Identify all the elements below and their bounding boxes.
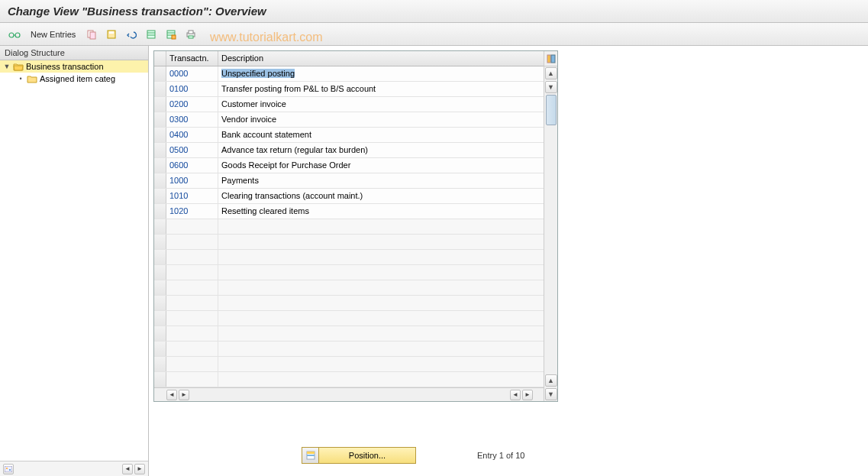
cell-transactn[interactable]: [166, 372, 218, 387]
row-select-handle[interactable]: [154, 128, 166, 142]
col-header-description[interactable]: Description: [218, 51, 544, 66]
table-config-icon[interactable]: [544, 51, 557, 66]
table-row[interactable]: 0000Unspecified posting: [154, 66, 544, 82]
table-row[interactable]: [154, 296, 544, 311]
cell-transactn[interactable]: 0400: [166, 128, 218, 142]
table-row[interactable]: [154, 342, 544, 357]
cell-transactn[interactable]: [166, 280, 218, 295]
table-row[interactable]: 1020Resetting cleared items: [154, 204, 544, 219]
cell-description[interactable]: [218, 357, 544, 371]
vscroll-up-icon[interactable]: ▲: [545, 67, 557, 79]
row-select-handle[interactable]: [154, 372, 166, 387]
table-row[interactable]: 1010Clearing transactions (account maint…: [154, 189, 544, 204]
cell-transactn[interactable]: 0300: [166, 112, 218, 127]
cell-description[interactable]: Payments: [218, 173, 544, 188]
cell-description[interactable]: Unspecified posting: [218, 66, 544, 81]
new-entries-button[interactable]: New Entries: [26, 28, 80, 40]
table-row[interactable]: 0500Advance tax return (regular tax burd…: [154, 143, 544, 158]
deselect-all-icon[interactable]: [163, 27, 179, 42]
cell-description[interactable]: Goods Receipt for Purchase Order: [218, 158, 544, 173]
row-select-handle[interactable]: [154, 66, 166, 81]
cell-description[interactable]: [218, 311, 544, 325]
row-select-handle[interactable]: [154, 326, 166, 341]
cell-transactn[interactable]: [166, 219, 218, 234]
vscroll-down-icon[interactable]: ▼: [545, 81, 557, 93]
table-row[interactable]: [154, 235, 544, 250]
tree-node-business-transaction[interactable]: ▼ Business transaction: [0, 60, 148, 73]
select-all-icon[interactable]: [143, 27, 160, 42]
cell-description[interactable]: Transfer posting from P&L to B/S account: [218, 82, 544, 96]
hscroll-left2-icon[interactable]: ◄: [510, 390, 521, 400]
vscroll-down2-icon[interactable]: ▼: [545, 388, 557, 400]
cell-description[interactable]: Bank account statement: [218, 128, 544, 142]
tree-scroll-right-icon[interactable]: ►: [134, 464, 145, 474]
table-row[interactable]: [154, 326, 544, 342]
row-select-handle[interactable]: [154, 204, 166, 219]
cell-transactn[interactable]: [166, 265, 218, 280]
cell-description[interactable]: [218, 280, 544, 295]
copy-icon[interactable]: [83, 27, 100, 42]
table-row[interactable]: [154, 357, 544, 372]
cell-description[interactable]: Advance tax return (regular tax burden): [218, 143, 544, 157]
glasses-icon[interactable]: [6, 27, 23, 42]
cell-transactn[interactable]: [166, 296, 218, 310]
cell-description[interactable]: [218, 265, 544, 280]
cell-transactn[interactable]: [166, 311, 218, 325]
table-row[interactable]: [154, 311, 544, 326]
position-button[interactable]: Position...: [302, 447, 416, 464]
table-row[interactable]: 0200Customer invoice: [154, 97, 544, 112]
row-select-handle[interactable]: [154, 143, 166, 157]
vscroll-up2-icon[interactable]: ▲: [545, 374, 557, 387]
cell-transactn[interactable]: [166, 250, 218, 264]
cell-description[interactable]: [218, 235, 544, 249]
row-select-handle[interactable]: [154, 250, 166, 264]
cell-transactn[interactable]: 1000: [166, 173, 218, 188]
table-row[interactable]: [154, 265, 544, 280]
row-select-handle[interactable]: [154, 357, 166, 371]
cell-transactn[interactable]: [166, 235, 218, 249]
cell-transactn[interactable]: [166, 326, 218, 341]
print-icon[interactable]: [182, 27, 199, 42]
row-select-handle[interactable]: [154, 265, 166, 280]
col-header-transactn[interactable]: Transactn.: [166, 51, 218, 66]
table-row[interactable]: 0600Goods Receipt for Purchase Order: [154, 158, 544, 173]
cell-description[interactable]: [218, 250, 544, 264]
cell-description[interactable]: [218, 219, 544, 234]
row-select-handle[interactable]: [154, 158, 166, 173]
cell-transactn[interactable]: [166, 357, 218, 371]
cell-transactn[interactable]: 1010: [166, 189, 218, 203]
row-select-handle[interactable]: [154, 296, 166, 310]
row-select-handle[interactable]: [154, 219, 166, 234]
row-select-handle[interactable]: [154, 82, 166, 96]
select-all-handle[interactable]: [154, 51, 166, 66]
cell-description[interactable]: Resetting cleared items: [218, 204, 544, 219]
row-select-handle[interactable]: [154, 189, 166, 203]
vscroll-thumb[interactable]: [546, 95, 557, 125]
save-variant-icon[interactable]: [103, 27, 120, 42]
row-select-handle[interactable]: [154, 342, 166, 356]
cell-transactn[interactable]: 0200: [166, 97, 218, 112]
row-select-handle[interactable]: [154, 97, 166, 112]
tree-scroll-left-icon[interactable]: ◄: [122, 464, 133, 474]
row-select-handle[interactable]: [154, 173, 166, 188]
cell-description[interactable]: [218, 372, 544, 387]
table-row[interactable]: [154, 250, 544, 265]
table-row[interactable]: [154, 280, 544, 296]
row-select-handle[interactable]: [154, 112, 166, 127]
hscroll-right-icon[interactable]: ►: [179, 390, 189, 400]
cell-transactn[interactable]: [166, 342, 218, 356]
table-row[interactable]: 0400Bank account statement: [154, 128, 544, 143]
cell-description[interactable]: [218, 326, 544, 341]
cell-description[interactable]: Clearing transactions (account maint.): [218, 189, 544, 203]
row-select-handle[interactable]: [154, 235, 166, 249]
table-row[interactable]: 0300Vendor invoice: [154, 112, 544, 128]
cell-description[interactable]: [218, 296, 544, 310]
table-row[interactable]: 0100Transfer posting from P&L to B/S acc…: [154, 82, 544, 97]
table-row[interactable]: [154, 372, 544, 387]
cell-transactn[interactable]: 1020: [166, 204, 218, 219]
cell-description[interactable]: [218, 342, 544, 356]
row-select-handle[interactable]: [154, 280, 166, 295]
expander-icon[interactable]: ▼: [3, 63, 11, 70]
table-row[interactable]: [154, 219, 544, 235]
table-row[interactable]: 1000Payments: [154, 173, 544, 189]
